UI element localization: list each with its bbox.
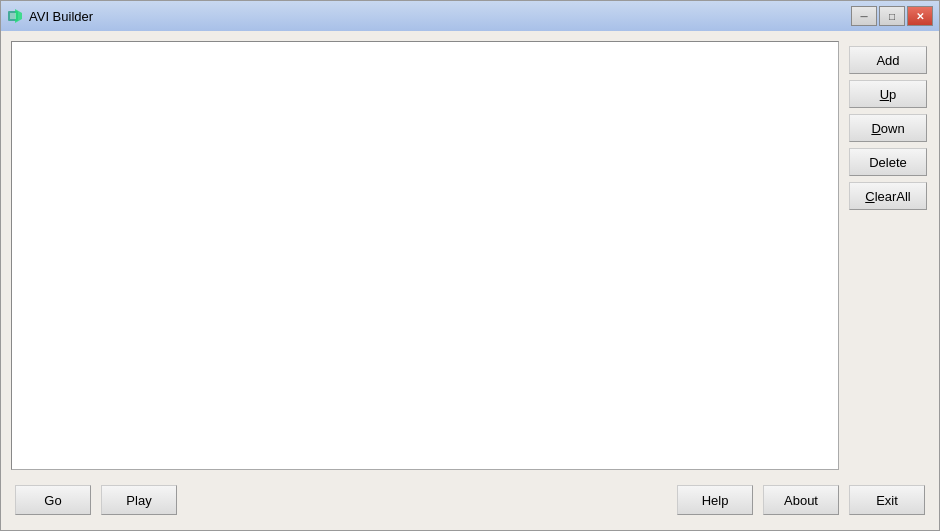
app-icon	[7, 8, 23, 24]
side-buttons-panel: Add Up Down Delete ClearAll	[849, 41, 929, 470]
main-window: AVI Builder ─ □ ✕ Add Up Down Delete Cle…	[0, 0, 940, 531]
about-button[interactable]: About	[763, 485, 839, 515]
down-button[interactable]: Down	[849, 114, 927, 142]
help-button[interactable]: Help	[677, 485, 753, 515]
delete-button[interactable]: Delete	[849, 148, 927, 176]
bottom-bar: Go Play Help About Exit	[11, 480, 929, 520]
window-body: Add Up Down Delete ClearAll Go Play Help…	[1, 31, 939, 530]
title-bar-left: AVI Builder	[7, 8, 93, 24]
up-button[interactable]: Up	[849, 80, 927, 108]
play-button[interactable]: Play	[101, 485, 177, 515]
exit-button[interactable]: Exit	[849, 485, 925, 515]
restore-button[interactable]: □	[879, 6, 905, 26]
svg-marker-1	[15, 9, 22, 23]
main-area: Add Up Down Delete ClearAll	[11, 41, 929, 470]
clearall-button[interactable]: ClearAll	[849, 182, 927, 210]
title-bar: AVI Builder ─ □ ✕	[1, 1, 939, 31]
add-button[interactable]: Add	[849, 46, 927, 74]
go-button[interactable]: Go	[15, 485, 91, 515]
file-list-panel[interactable]	[11, 41, 839, 470]
minimize-button[interactable]: ─	[851, 6, 877, 26]
window-title: AVI Builder	[29, 9, 93, 24]
close-button[interactable]: ✕	[907, 6, 933, 26]
svg-rect-2	[10, 13, 16, 19]
title-bar-controls: ─ □ ✕	[851, 6, 933, 26]
